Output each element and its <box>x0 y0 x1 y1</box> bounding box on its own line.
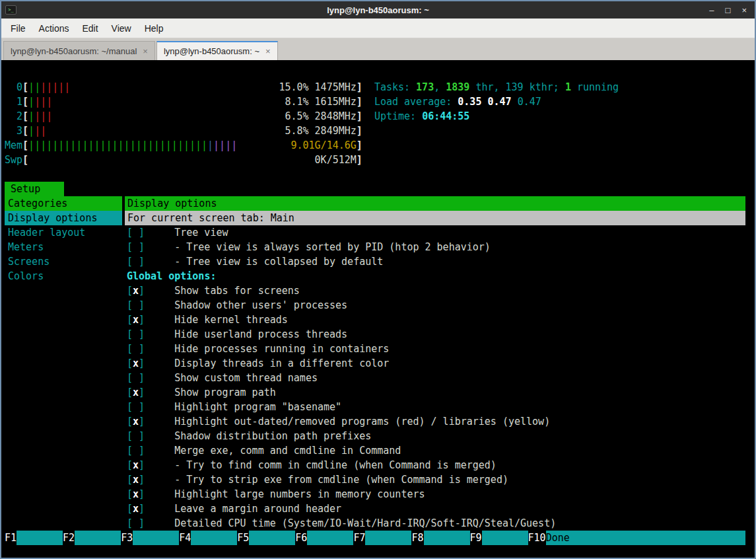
option-checkbox[interactable]: [x] <box>127 502 145 516</box>
checkbox-open-bracket: [ <box>127 227 133 239</box>
setup-option-row[interactable]: [ ]Shadow other users' processes <box>125 298 745 313</box>
tab-close-icon[interactable]: × <box>143 46 148 56</box>
meter-body: |||5.8% 2849MHz <box>28 124 357 138</box>
minimize-button[interactable]: – <box>709 5 714 15</box>
options-section-heading: Global options: <box>125 269 745 283</box>
setup-option-row[interactable]: [ ]- Tree view is always sorted by PID (… <box>125 240 745 254</box>
fn-key-f3[interactable]: F3 <box>121 531 133 545</box>
fn-label-f6[interactable] <box>307 531 353 545</box>
category-item-meters[interactable]: Meters <box>5 240 122 254</box>
restore-button[interactable]: □ <box>726 5 731 15</box>
setup-option-row[interactable]: [x]Display threads in a different color <box>125 356 745 371</box>
option-checkbox[interactable]: [x] <box>127 283 145 298</box>
setup-option-row[interactable]: [x]Highlight large numbers in memory cou… <box>125 487 745 502</box>
setup-option-row[interactable]: [ ]Merge exe, comm and cmdline in Comman… <box>125 443 745 458</box>
setup-option-row[interactable]: [ ]Hide processes running in containers <box>125 342 745 356</box>
option-checkbox[interactable]: [x] <box>127 472 145 487</box>
option-checkbox[interactable]: [x] <box>127 313 145 327</box>
option-checkbox[interactable]: [ ] <box>127 371 145 385</box>
fn-key-f7[interactable]: F7 <box>353 531 365 545</box>
checkbox-close-bracket: ] <box>139 314 145 326</box>
fn-key-f5[interactable]: F5 <box>237 531 249 545</box>
option-checkbox[interactable]: [x] <box>127 487 145 502</box>
meter-body: 0K/512M <box>28 153 357 167</box>
meter-open-bracket: [ <box>22 80 28 94</box>
checkbox-mark <box>133 516 139 531</box>
option-checkbox[interactable]: [ ] <box>127 298 145 313</box>
meter-close-bracket: ] <box>357 124 362 138</box>
fn-label-f2[interactable] <box>75 531 121 545</box>
terminal-tab-1[interactable]: lynp@lyn-b450aorusm: ~/manual× <box>3 41 155 60</box>
category-item-display-options[interactable]: Display options <box>5 211 122 225</box>
setup-option-row[interactable]: [x]Show program path <box>125 385 745 400</box>
titlebar[interactable]: >_ lynp@lyn-b450aorusm: ~ – □ × <box>1 1 755 19</box>
option-checkbox[interactable]: [ ] <box>127 342 145 356</box>
fn-key-f6[interactable]: F6 <box>295 531 307 545</box>
setup-option-row[interactable]: [x]Highlight out-dated/removed programs … <box>125 414 745 429</box>
setup-option-row[interactable]: [ ]Show custom thread names <box>125 371 745 385</box>
fn-key-f2[interactable]: F2 <box>63 531 75 545</box>
option-checkbox[interactable]: [ ] <box>127 400 145 414</box>
menu-item-actions[interactable]: Actions <box>32 20 76 36</box>
menu-item-edit[interactable]: Edit <box>75 20 104 36</box>
option-checkbox[interactable]: [x] <box>127 385 145 400</box>
fn-label-f3[interactable] <box>133 531 179 545</box>
category-item-header-layout[interactable]: Header layout <box>5 225 122 240</box>
terminal-screen[interactable]: 0[|||||||15.0% 1475MHz]Tasks: 173, 1839 … <box>1 60 755 558</box>
checkbox-open-bracket: [ <box>127 517 133 529</box>
fn-label-f7[interactable] <box>365 531 411 545</box>
option-checkbox[interactable]: [ ] <box>127 516 145 531</box>
checkbox-open-bracket: [ <box>127 372 133 384</box>
checkbox-mark <box>133 225 139 240</box>
setup-option-row[interactable]: [ ]- Tree view is collapsed by default <box>125 254 745 269</box>
menu-item-help[interactable]: Help <box>138 20 170 36</box>
option-checkbox[interactable]: [ ] <box>127 443 145 458</box>
menu-item-file[interactable]: File <box>4 20 32 36</box>
checkbox-mark <box>133 298 139 313</box>
setup-option-row[interactable]: [ ]Detailed CPU time (System/IO-Wait/Har… <box>125 516 745 531</box>
checkbox-mark <box>133 254 139 269</box>
terminal-app-icon: >_ <box>5 5 17 15</box>
terminal-window: >_ lynp@lyn-b450aorusm: ~ – □ × FileActi… <box>0 0 756 559</box>
setup-option-row[interactable]: [ ]Highlight program "basename" <box>125 400 745 414</box>
fn-label-f9[interactable] <box>482 531 528 545</box>
option-checkbox[interactable]: [x] <box>127 414 145 429</box>
setup-option-row[interactable]: [ ]Tree view <box>125 225 745 240</box>
fn-key-f1[interactable]: F1 <box>5 531 17 545</box>
menu-item-view[interactable]: View <box>105 20 138 36</box>
terminal-tab-2[interactable]: lynp@lyn-b450aorusm: ~× <box>156 41 278 60</box>
swap-meter: Swp[0K/512M] <box>5 153 362 167</box>
fn-label-f1[interactable] <box>17 531 63 545</box>
setup-option-row[interactable]: [x]- Try to strip exe from cmdline (when… <box>125 472 745 487</box>
setup-option-row[interactable]: [ ]Hide userland process threads <box>125 327 745 342</box>
setup-option-row[interactable]: [x]Show tabs for screens <box>125 283 745 298</box>
option-checkbox[interactable]: [ ] <box>127 240 145 254</box>
window-title: lynp@lyn-b450aorusm: ~ <box>1 5 755 15</box>
checkbox-open-bracket: [ <box>127 343 133 355</box>
option-checkbox[interactable]: [x] <box>127 356 145 371</box>
option-checkbox[interactable]: [ ] <box>127 225 145 240</box>
fn-label-f4[interactable] <box>191 531 237 545</box>
close-button[interactable]: × <box>741 5 747 15</box>
checkbox-mark: x <box>133 283 139 298</box>
category-item-colors[interactable]: Colors <box>5 269 122 283</box>
option-checkbox[interactable]: [ ] <box>127 327 145 342</box>
setup-option-row[interactable]: [x]Hide kernel threads <box>125 313 745 327</box>
category-item-screens[interactable]: Screens <box>5 254 122 269</box>
fn-label-f5[interactable] <box>249 531 295 545</box>
option-checkbox[interactable]: [ ] <box>127 429 145 443</box>
option-checkbox[interactable]: [ ] <box>127 254 145 269</box>
setup-option-row[interactable]: [ ]Shadow distribution path prefixes <box>125 429 745 443</box>
tab-close-icon[interactable]: × <box>265 46 271 56</box>
fn-key-f9[interactable]: F9 <box>470 531 482 545</box>
fn-key-f8[interactable]: F8 <box>411 531 423 545</box>
info-segment: Uptime: <box>374 110 422 122</box>
meter-value: 6.5% 2848MHz <box>285 109 356 124</box>
setup-option-row[interactable]: [x]Leave a margin around header <box>125 502 745 516</box>
setup-option-row[interactable]: [x]- Try to find comm in cmdline (when C… <box>125 458 745 472</box>
fn-label-f8[interactable] <box>424 531 470 545</box>
fn-key-f10[interactable]: F10 <box>528 531 546 545</box>
fn-key-f4[interactable]: F4 <box>179 531 191 545</box>
option-checkbox[interactable]: [x] <box>127 458 145 472</box>
fn-label-f10[interactable]: Done <box>546 531 745 545</box>
